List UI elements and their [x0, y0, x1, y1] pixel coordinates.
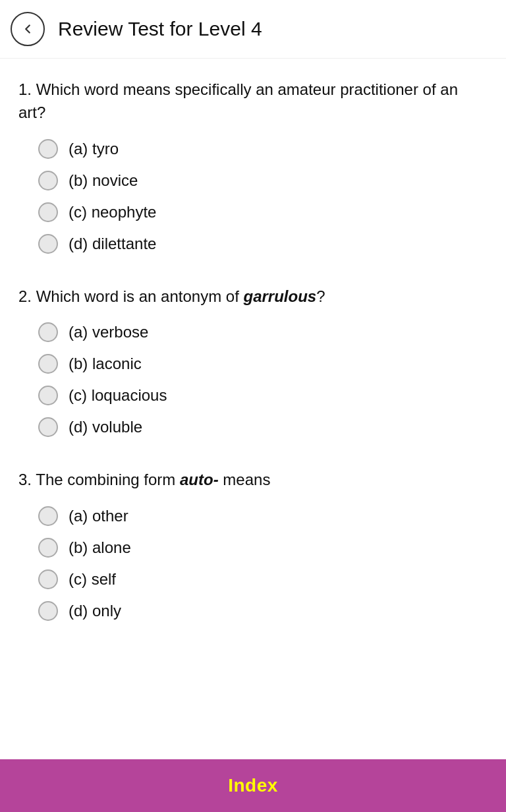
option-1d-label: (d) dilettante: [69, 235, 156, 253]
radio-1a[interactable]: [38, 139, 58, 159]
question-2: 2. Which word is an antonym of garrulous…: [18, 285, 488, 438]
option-1a[interactable]: (a) tyro: [38, 139, 488, 159]
page-title: Review Test for Level 4: [58, 18, 262, 40]
radio-3d[interactable]: [38, 601, 58, 621]
radio-3b[interactable]: [38, 538, 58, 558]
option-1b-label: (b) novice: [69, 171, 138, 190]
option-1c-label: (c) neophyte: [69, 203, 156, 221]
back-button[interactable]: [11, 12, 45, 46]
option-3b[interactable]: (b) alone: [38, 538, 488, 558]
option-3d[interactable]: (d) only: [38, 601, 488, 621]
radio-3c[interactable]: [38, 569, 58, 589]
radio-3a[interactable]: [38, 506, 58, 526]
option-2d-label: (d) voluble: [69, 418, 142, 436]
question-3-options: (a) other (b) alone (c) self (d) only: [18, 506, 488, 621]
radio-1d[interactable]: [38, 234, 58, 254]
question-3: 3. The combining form auto- means (a) ot…: [18, 469, 488, 621]
question-3-number: 3.: [18, 471, 36, 488]
radio-2a[interactable]: [38, 322, 58, 342]
question-1-text: 1. Which word means specifically an amat…: [18, 78, 488, 125]
question-1-number: 1.: [18, 80, 36, 98]
option-1a-label: (a) tyro: [69, 140, 119, 158]
option-1b[interactable]: (b) novice: [38, 171, 488, 190]
question-3-text: 3. The combining form auto- means: [18, 469, 488, 492]
radio-2b[interactable]: [38, 354, 58, 374]
header: Review Test for Level 4: [0, 0, 506, 59]
option-3a[interactable]: (a) other: [38, 506, 488, 526]
index-button[interactable]: Index: [228, 775, 278, 796]
option-2a-label: (a) verbose: [69, 323, 148, 341]
question-2-number: 2.: [18, 287, 36, 305]
option-2b[interactable]: (b) laconic: [38, 354, 488, 374]
option-2b-label: (b) laconic: [69, 355, 142, 373]
option-2a[interactable]: (a) verbose: [38, 322, 488, 342]
radio-2d[interactable]: [38, 417, 58, 437]
radio-1c[interactable]: [38, 202, 58, 222]
option-2c-label: (c) loquacious: [69, 386, 167, 405]
option-3c[interactable]: (c) self: [38, 569, 488, 589]
option-2c[interactable]: (c) loquacious: [38, 386, 488, 405]
radio-1b[interactable]: [38, 171, 58, 190]
question-1: 1. Which word means specifically an amat…: [18, 78, 488, 254]
footer-bar: Index: [0, 759, 506, 812]
main-content: 1. Which word means specifically an amat…: [0, 59, 506, 732]
question-1-options: (a) tyro (b) novice (c) neophyte (d) dil…: [18, 139, 488, 254]
question-2-options: (a) verbose (b) laconic (c) loquacious (…: [18, 322, 488, 437]
option-2d[interactable]: (d) voluble: [38, 417, 488, 437]
option-1d[interactable]: (d) dilettante: [38, 234, 488, 254]
option-1c[interactable]: (c) neophyte: [38, 202, 488, 222]
option-3d-label: (d) only: [69, 602, 121, 620]
option-3c-label: (c) self: [69, 570, 116, 589]
option-3b-label: (b) alone: [69, 538, 131, 557]
option-3a-label: (a) other: [69, 507, 128, 525]
question-2-text: 2. Which word is an antonym of garrulous…: [18, 285, 488, 308]
radio-2c[interactable]: [38, 386, 58, 405]
